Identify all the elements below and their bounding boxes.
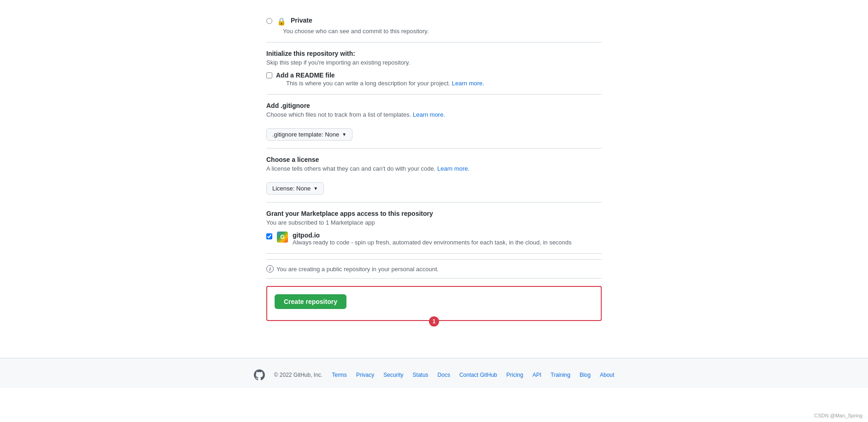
gitignore-title: Add .gitignore	[266, 102, 602, 109]
private-label: Private	[291, 17, 312, 24]
gitignore-learn-more-link[interactable]: Learn more.	[413, 111, 445, 118]
initialize-title: Initialize this repository with:	[266, 50, 602, 57]
footer-copyright: © 2022 GitHub, Inc.	[274, 372, 323, 378]
license-dropdown[interactable]: License: None ▼	[266, 182, 324, 195]
footer-link-blog[interactable]: Blog	[580, 372, 591, 378]
badge-1: 1	[429, 316, 439, 327]
footer-link-training[interactable]: Training	[551, 372, 570, 378]
chevron-down-icon: ▼	[313, 186, 318, 191]
footer-link-docs[interactable]: Docs	[438, 372, 450, 378]
marketplace-title: Grant your Marketplace apps access to th…	[266, 210, 602, 217]
footer-link-terms[interactable]: Terms	[332, 372, 347, 378]
initialize-description: Skip this step if you're importing an ex…	[266, 59, 602, 66]
info-message-text: You are creating a public repository in …	[276, 266, 439, 273]
private-section: 🔒 Private You choose who can see and com…	[266, 9, 602, 42]
gitpod-checkbox[interactable]	[266, 233, 272, 239]
info-icon: i	[266, 265, 274, 273]
footer-inner: © 2022 GitHub, Inc. Terms Privacy Securi…	[0, 369, 868, 380]
gitpod-info: gitpod.io Always ready to code - spin up…	[293, 232, 572, 246]
readme-description: This is where you can write a long descr…	[286, 80, 484, 87]
create-repository-button[interactable]: Create repository	[275, 294, 346, 309]
readme-label: Add a README file	[276, 71, 484, 79]
footer-link-privacy[interactable]: Privacy	[356, 372, 374, 378]
gitignore-dropdown[interactable]: .gitignore template: None ▼	[266, 128, 352, 141]
footer-link-status[interactable]: Status	[413, 372, 428, 378]
gitignore-section: Add .gitignore Choose which files not to…	[266, 95, 602, 149]
gitpod-description: Always ready to code - spin up fresh, au…	[293, 239, 572, 246]
license-title: Choose a license	[266, 156, 602, 163]
info-message-row: i You are creating a public repository i…	[266, 259, 602, 279]
readme-row: Add a README file This is where you can …	[266, 71, 602, 87]
lock-icon: 🔒	[277, 17, 286, 26]
footer-link-pricing[interactable]: Pricing	[506, 372, 523, 378]
initialize-section: Initialize this repository with: Skip th…	[266, 42, 602, 95]
license-description: A license tells others what they can and…	[266, 165, 602, 172]
footer-link-security[interactable]: Security	[383, 372, 403, 378]
create-repository-section: Create repository	[266, 286, 602, 321]
footer-link-about[interactable]: About	[600, 372, 614, 378]
footer-link-contact-github[interactable]: Contact GitHub	[459, 372, 497, 378]
footer-link-api[interactable]: API	[533, 372, 541, 378]
marketplace-section: Grant your Marketplace apps access to th…	[266, 202, 602, 254]
license-learn-more-link[interactable]: Learn more.	[437, 165, 469, 172]
marketplace-description: You are subscribed to 1 Marketplace app	[266, 219, 602, 226]
footer: © 2022 GitHub, Inc. Terms Privacy Securi…	[0, 358, 868, 388]
github-logo	[254, 369, 265, 380]
gitpod-logo: G	[277, 232, 288, 243]
private-description: You choose who can see and commit to thi…	[283, 28, 602, 35]
gitpod-name: gitpod.io	[293, 232, 572, 239]
gitpod-app-row: G gitpod.io Always ready to code - spin …	[266, 232, 602, 246]
readme-checkbox[interactable]	[266, 72, 272, 78]
readme-learn-more-link[interactable]: Learn more.	[452, 80, 484, 87]
chevron-down-icon: ▼	[342, 132, 346, 137]
gitignore-description: Choose which files not to track from a l…	[266, 111, 602, 118]
private-radio[interactable]	[266, 18, 272, 24]
license-section: Choose a license A license tells others …	[266, 149, 602, 202]
